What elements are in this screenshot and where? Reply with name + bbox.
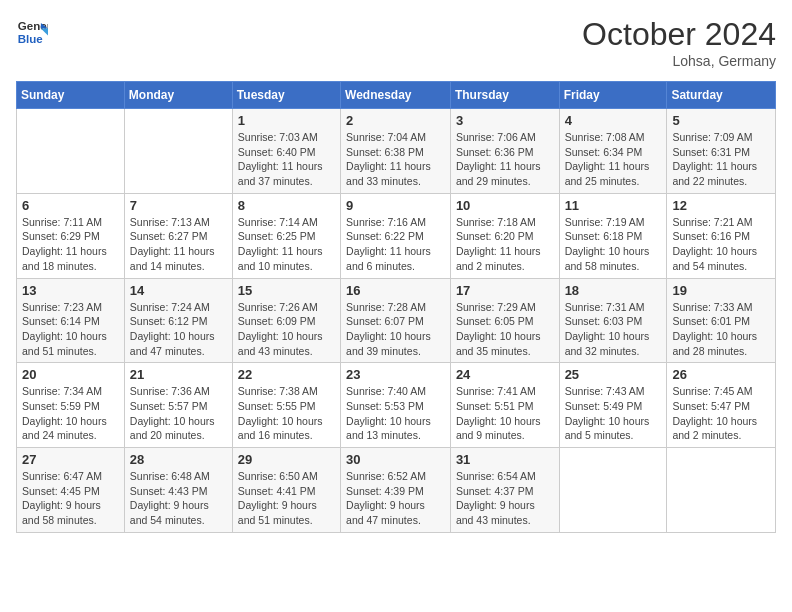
day-info: Sunrise: 7:11 AM Sunset: 6:29 PM Dayligh… <box>22 215 119 274</box>
day-info: Sunrise: 7:13 AM Sunset: 6:27 PM Dayligh… <box>130 215 227 274</box>
day-number: 19 <box>672 283 770 298</box>
day-number: 24 <box>456 367 554 382</box>
day-info: Sunrise: 6:47 AM Sunset: 4:45 PM Dayligh… <box>22 469 119 528</box>
weekday-header-tuesday: Tuesday <box>232 82 340 109</box>
calendar-cell: 26Sunrise: 7:45 AM Sunset: 5:47 PM Dayli… <box>667 363 776 448</box>
calendar-week-2: 6Sunrise: 7:11 AM Sunset: 6:29 PM Daylig… <box>17 193 776 278</box>
calendar-cell: 2Sunrise: 7:04 AM Sunset: 6:38 PM Daylig… <box>341 109 451 194</box>
calendar-cell: 13Sunrise: 7:23 AM Sunset: 6:14 PM Dayli… <box>17 278 125 363</box>
day-info: Sunrise: 7:24 AM Sunset: 6:12 PM Dayligh… <box>130 300 227 359</box>
day-number: 4 <box>565 113 662 128</box>
calendar-cell: 23Sunrise: 7:40 AM Sunset: 5:53 PM Dayli… <box>341 363 451 448</box>
day-info: Sunrise: 7:18 AM Sunset: 6:20 PM Dayligh… <box>456 215 554 274</box>
location-subtitle: Lohsa, Germany <box>582 53 776 69</box>
logo-icon: General Blue <box>16 16 48 48</box>
day-info: Sunrise: 7:38 AM Sunset: 5:55 PM Dayligh… <box>238 384 335 443</box>
day-info: Sunrise: 7:31 AM Sunset: 6:03 PM Dayligh… <box>565 300 662 359</box>
calendar-cell: 17Sunrise: 7:29 AM Sunset: 6:05 PM Dayli… <box>450 278 559 363</box>
day-number: 13 <box>22 283 119 298</box>
calendar-cell: 9Sunrise: 7:16 AM Sunset: 6:22 PM Daylig… <box>341 193 451 278</box>
calendar-table: SundayMondayTuesdayWednesdayThursdayFrid… <box>16 81 776 533</box>
weekday-header-wednesday: Wednesday <box>341 82 451 109</box>
weekday-header-saturday: Saturday <box>667 82 776 109</box>
calendar-week-3: 13Sunrise: 7:23 AM Sunset: 6:14 PM Dayli… <box>17 278 776 363</box>
calendar-cell <box>559 448 667 533</box>
day-number: 27 <box>22 452 119 467</box>
day-info: Sunrise: 7:40 AM Sunset: 5:53 PM Dayligh… <box>346 384 445 443</box>
weekday-header-friday: Friday <box>559 82 667 109</box>
day-number: 16 <box>346 283 445 298</box>
day-number: 25 <box>565 367 662 382</box>
day-number: 8 <box>238 198 335 213</box>
calendar-cell: 8Sunrise: 7:14 AM Sunset: 6:25 PM Daylig… <box>232 193 340 278</box>
calendar-cell: 16Sunrise: 7:28 AM Sunset: 6:07 PM Dayli… <box>341 278 451 363</box>
day-info: Sunrise: 7:33 AM Sunset: 6:01 PM Dayligh… <box>672 300 770 359</box>
svg-text:Blue: Blue <box>18 33 44 45</box>
day-number: 2 <box>346 113 445 128</box>
calendar-cell: 20Sunrise: 7:34 AM Sunset: 5:59 PM Dayli… <box>17 363 125 448</box>
day-info: Sunrise: 6:50 AM Sunset: 4:41 PM Dayligh… <box>238 469 335 528</box>
calendar-week-4: 20Sunrise: 7:34 AM Sunset: 5:59 PM Dayli… <box>17 363 776 448</box>
day-number: 20 <box>22 367 119 382</box>
day-info: Sunrise: 7:04 AM Sunset: 6:38 PM Dayligh… <box>346 130 445 189</box>
day-info: Sunrise: 7:16 AM Sunset: 6:22 PM Dayligh… <box>346 215 445 274</box>
calendar-cell: 5Sunrise: 7:09 AM Sunset: 6:31 PM Daylig… <box>667 109 776 194</box>
day-number: 7 <box>130 198 227 213</box>
day-number: 10 <box>456 198 554 213</box>
calendar-header: SundayMondayTuesdayWednesdayThursdayFrid… <box>17 82 776 109</box>
day-info: Sunrise: 7:09 AM Sunset: 6:31 PM Dayligh… <box>672 130 770 189</box>
calendar-cell: 11Sunrise: 7:19 AM Sunset: 6:18 PM Dayli… <box>559 193 667 278</box>
day-info: Sunrise: 6:48 AM Sunset: 4:43 PM Dayligh… <box>130 469 227 528</box>
weekday-header-monday: Monday <box>124 82 232 109</box>
day-number: 28 <box>130 452 227 467</box>
calendar-cell: 3Sunrise: 7:06 AM Sunset: 6:36 PM Daylig… <box>450 109 559 194</box>
calendar-cell: 19Sunrise: 7:33 AM Sunset: 6:01 PM Dayli… <box>667 278 776 363</box>
calendar-week-1: 1Sunrise: 7:03 AM Sunset: 6:40 PM Daylig… <box>17 109 776 194</box>
calendar-cell <box>667 448 776 533</box>
day-info: Sunrise: 7:34 AM Sunset: 5:59 PM Dayligh… <box>22 384 119 443</box>
day-number: 9 <box>346 198 445 213</box>
day-info: Sunrise: 6:52 AM Sunset: 4:39 PM Dayligh… <box>346 469 445 528</box>
month-title: October 2024 <box>582 16 776 53</box>
day-number: 6 <box>22 198 119 213</box>
day-number: 1 <box>238 113 335 128</box>
day-number: 14 <box>130 283 227 298</box>
day-number: 26 <box>672 367 770 382</box>
day-info: Sunrise: 7:03 AM Sunset: 6:40 PM Dayligh… <box>238 130 335 189</box>
calendar-cell: 25Sunrise: 7:43 AM Sunset: 5:49 PM Dayli… <box>559 363 667 448</box>
page-header: General Blue October 2024 Lohsa, Germany <box>16 16 776 69</box>
calendar-cell: 4Sunrise: 7:08 AM Sunset: 6:34 PM Daylig… <box>559 109 667 194</box>
weekday-header-sunday: Sunday <box>17 82 125 109</box>
day-info: Sunrise: 7:28 AM Sunset: 6:07 PM Dayligh… <box>346 300 445 359</box>
day-number: 11 <box>565 198 662 213</box>
calendar-cell: 1Sunrise: 7:03 AM Sunset: 6:40 PM Daylig… <box>232 109 340 194</box>
day-info: Sunrise: 7:41 AM Sunset: 5:51 PM Dayligh… <box>456 384 554 443</box>
weekday-header-thursday: Thursday <box>450 82 559 109</box>
day-number: 3 <box>456 113 554 128</box>
day-info: Sunrise: 7:19 AM Sunset: 6:18 PM Dayligh… <box>565 215 662 274</box>
calendar-cell <box>124 109 232 194</box>
day-number: 12 <box>672 198 770 213</box>
calendar-cell: 7Sunrise: 7:13 AM Sunset: 6:27 PM Daylig… <box>124 193 232 278</box>
calendar-cell: 18Sunrise: 7:31 AM Sunset: 6:03 PM Dayli… <box>559 278 667 363</box>
weekday-header-row: SundayMondayTuesdayWednesdayThursdayFrid… <box>17 82 776 109</box>
calendar-cell: 6Sunrise: 7:11 AM Sunset: 6:29 PM Daylig… <box>17 193 125 278</box>
day-info: Sunrise: 7:21 AM Sunset: 6:16 PM Dayligh… <box>672 215 770 274</box>
day-number: 15 <box>238 283 335 298</box>
day-info: Sunrise: 7:14 AM Sunset: 6:25 PM Dayligh… <box>238 215 335 274</box>
day-number: 30 <box>346 452 445 467</box>
title-section: October 2024 Lohsa, Germany <box>582 16 776 69</box>
calendar-cell: 14Sunrise: 7:24 AM Sunset: 6:12 PM Dayli… <box>124 278 232 363</box>
calendar-cell: 27Sunrise: 6:47 AM Sunset: 4:45 PM Dayli… <box>17 448 125 533</box>
calendar-cell: 24Sunrise: 7:41 AM Sunset: 5:51 PM Dayli… <box>450 363 559 448</box>
day-info: Sunrise: 7:43 AM Sunset: 5:49 PM Dayligh… <box>565 384 662 443</box>
calendar-cell: 10Sunrise: 7:18 AM Sunset: 6:20 PM Dayli… <box>450 193 559 278</box>
day-number: 21 <box>130 367 227 382</box>
day-number: 5 <box>672 113 770 128</box>
calendar-cell: 21Sunrise: 7:36 AM Sunset: 5:57 PM Dayli… <box>124 363 232 448</box>
day-info: Sunrise: 7:45 AM Sunset: 5:47 PM Dayligh… <box>672 384 770 443</box>
day-info: Sunrise: 7:06 AM Sunset: 6:36 PM Dayligh… <box>456 130 554 189</box>
calendar-cell: 28Sunrise: 6:48 AM Sunset: 4:43 PM Dayli… <box>124 448 232 533</box>
day-number: 18 <box>565 283 662 298</box>
day-info: Sunrise: 6:54 AM Sunset: 4:37 PM Dayligh… <box>456 469 554 528</box>
